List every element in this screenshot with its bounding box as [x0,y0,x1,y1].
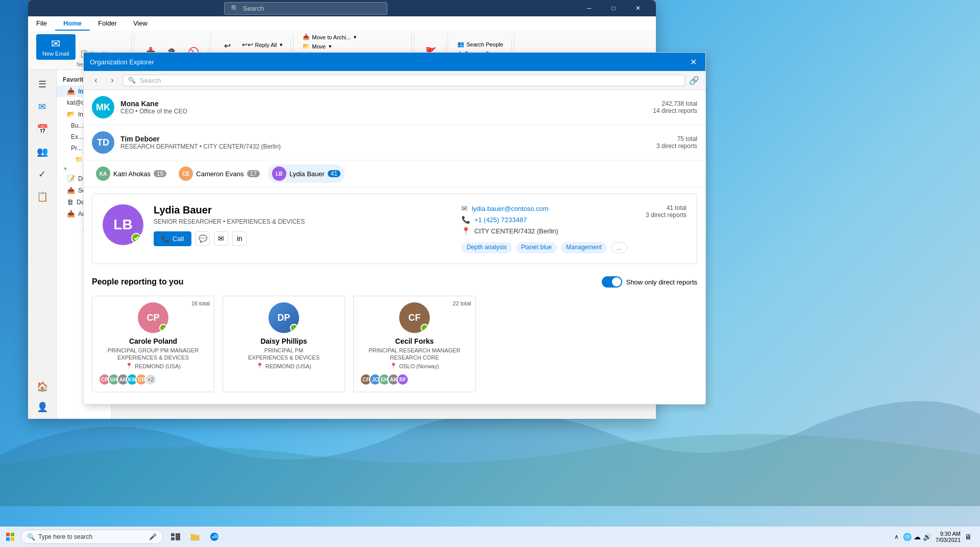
mona-title: CEO • Office of the CEO [120,108,653,115]
cecil-location: 📍 OSLO (Norway) [360,363,469,369]
org-explorer-header: Organization Explorer ✕ [84,53,705,71]
profile-subtitle: SENIOR RESEARCHER • EXPERIENCES & DEVICE… [154,218,451,225]
onedrive-icon[interactable]: ☁ [914,533,921,541]
speaker-icon[interactable]: 🔊 [923,533,932,541]
profile-avatar: LB [103,204,143,245]
carole-avatar: CP [138,302,168,333]
inbox-icon: 📥 [67,87,75,95]
move-archive-icon: 📥 [303,34,310,40]
breadcrumb-cameron[interactable]: CE Cameron Evans 17 [175,164,264,183]
file-explorer-button[interactable] [187,529,203,545]
cecil-avatar: CF [399,302,430,333]
contact-email[interactable]: lydia.bauer@contoso.com [472,205,549,212]
org-search-bar[interactable]: 🔍 Search [122,75,685,86]
org-person-row-mona[interactable]: MK Mona Kane CEO • Office of the CEO 242… [84,90,705,125]
carole-role: PRINCIPAL GROUP PM MANAGER [99,347,208,353]
taskbar-date-display: 7/03/2021 [936,537,961,543]
reporting-section: People reporting to you Show only direct… [84,270,705,398]
close-button[interactable]: ✕ [626,0,650,16]
task-view-button[interactable] [167,529,184,545]
profile-name: Lydia Bauer [154,204,451,216]
tab-home[interactable]: Home [55,16,90,31]
tag-planet-blue[interactable]: Planet blue [516,242,557,253]
mona-stats: 242,738 total 14 direct reports [653,100,697,114]
call-button[interactable]: 📞 Call [154,231,191,246]
org-nav-bar: ‹ › 🔍 Search 🔗 [84,71,705,90]
daisy-location-icon: 📍 [256,363,263,369]
toggle-thumb [612,277,621,287]
email-button[interactable]: ✉ [214,231,228,246]
move-chevron: ▼ [328,44,332,49]
edge-browser-button[interactable] [206,529,223,545]
sidebar-hamburger[interactable]: ☰ [32,74,53,94]
move-to-archive-button[interactable]: 📥 Move to Archi... ▼ [300,33,360,41]
tab-file[interactable]: File [28,16,55,31]
profile-stats: 41 total 3 direct reports [646,204,687,253]
carole-location: 📍 REDMOND (USA) [99,363,208,369]
search-people-button[interactable]: 👥 Search People [454,40,507,49]
contact-phone[interactable]: +1 (425) 7233487 [474,216,527,224]
new-email-icon: ✉ [51,37,60,51]
taskbar-icons [167,529,223,545]
sidebar-people[interactable]: 👥 [32,141,53,162]
org-forward-button[interactable]: › [106,74,118,86]
chat-button[interactable]: 💬 [195,231,210,246]
sidebar-mail[interactable]: ✉ [32,97,53,117]
profile-info: Lydia Bauer SENIOR RESEARCHER • EXPERIEN… [154,204,451,253]
org-person-row-tim[interactable]: TD Tim Deboer RESEARCH DEPARTMENT • CITY… [84,125,705,160]
person-card-carole[interactable]: 16 total CP Carole Poland PRINCIPAL GROU… [92,296,214,392]
svg-rect-6 [176,533,180,540]
org-back-button[interactable]: ‹ [90,74,102,86]
direct-reports-toggle-switch[interactable] [602,276,622,288]
profile-tags: Depth analysis Planet blue Management ..… [461,242,627,253]
person-card-daisy[interactable]: DP Daisy Phillips PRINCIPAL PM EXPERIENC… [223,296,345,392]
deleted-icon: 🗑 [67,198,74,206]
taskbar-search[interactable]: 🔍 Type here to search 🎤 [20,530,163,544]
contact-location-row: 📍 CITY CENTER/7432 (Berlin) [461,227,627,235]
microphone-icon: 🎤 [149,533,157,540]
tab-view[interactable]: View [125,16,156,31]
show-hidden-icons-button[interactable]: ∧ [892,532,901,541]
carole-sub-people: CP GH AK KW CF +2 [99,373,208,386]
breadcrumb-lydia[interactable]: LB Lydia Bauer 41 [268,164,345,183]
org-explorer-close-button[interactable]: ✕ [687,56,699,68]
tag-more-button[interactable]: ... [611,242,627,253]
svg-rect-1 [11,533,14,536]
sidebar-tasks[interactable]: ✓ [32,164,53,184]
tag-management[interactable]: Management [561,242,607,253]
reporting-title: People reporting to you [92,277,184,287]
taskbar-time-display: 9:30 AM [936,531,961,537]
tab-folder[interactable]: Folder [90,16,125,31]
org-person-info-mona: Mona Kane CEO • Office of the CEO [120,100,653,115]
network-icon[interactable]: 🌐 [903,533,912,541]
cecil-total: 22 total [453,300,471,306]
new-email-button[interactable]: ✉ New Email [36,34,76,60]
sidebar-profile[interactable]: 👤 [32,397,53,417]
title-search-bar[interactable]: 🔍 Search [224,2,387,15]
cecil-status [421,324,429,332]
sidebar-calendar[interactable]: 📅 [32,119,53,139]
show-direct-label: Show only direct reports [626,278,697,286]
breadcrumb-katri[interactable]: KA Katri Ahokas 16 [92,164,170,183]
show-desktop-button[interactable]: 🖥 [965,533,972,541]
sidebar-notes[interactable]: 📋 [32,186,53,207]
start-button[interactable] [0,527,20,547]
linkedin-button[interactable]: in [232,231,247,246]
title-bar: 🔍 Search ─ □ ✕ [28,0,656,16]
show-direct-toggle[interactable]: Show only direct reports [602,276,697,288]
breadcrumb-lydia-avatar: LB [272,167,286,181]
location-contact-icon: 📍 [461,227,470,235]
org-link-button[interactable]: 🔗 [689,76,699,85]
minimize-button[interactable]: ─ [577,0,601,16]
profile-header: LB Lydia Bauer SENIOR RESEARCHER • EXPER… [103,204,687,253]
move-button[interactable]: 📂 Move ▼ [300,42,360,51]
tag-depth-analysis[interactable]: Depth analysis [461,242,512,253]
sent-icon: 📤 [67,186,75,194]
reply-all-button[interactable]: ↩↩ Reply All ▼ [239,40,287,50]
maximize-button[interactable]: □ [602,0,625,16]
sidebar-home[interactable]: 🏠 [32,376,53,397]
carole-dept: EXPERIENCES & DEVICES [99,354,208,361]
breadcrumb-katri-count: 16 [154,170,166,177]
person-card-cecil[interactable]: 22 total CF Cecil Forks PRINCIPAL RESEAR… [353,296,476,392]
profile-contact: ✉ lydia.bauer@contoso.com 📞 +1 (425) 723… [461,204,627,253]
